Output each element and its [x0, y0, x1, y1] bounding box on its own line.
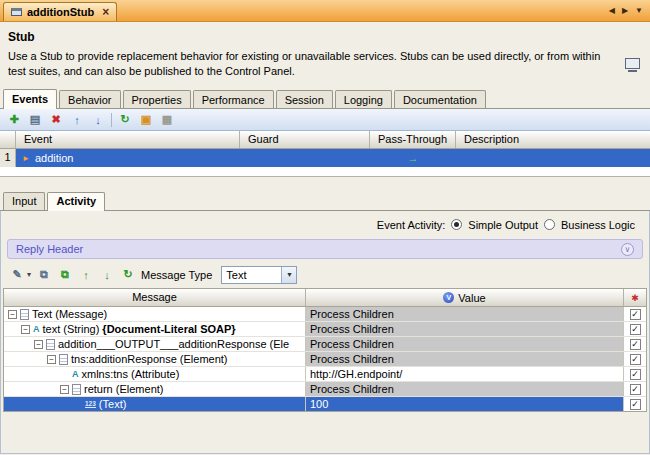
move-up-icon[interactable]: ↑: [69, 112, 85, 128]
document-tab-bar: additionStub × ◀ ▶ ▼: [0, 0, 650, 22]
move-node-down-icon[interactable]: ↓: [99, 267, 115, 283]
tree-row-tns-additionresponse[interactable]: − tns:additionResponse (Element) Process…: [4, 352, 646, 367]
pass-through-cell[interactable]: →: [370, 149, 456, 167]
tab-properties[interactable]: Properties: [123, 90, 191, 108]
guard-cell[interactable]: [240, 149, 370, 167]
value-cell[interactable]: Process Children: [306, 382, 624, 396]
copy-icon[interactable]: ⧉: [36, 267, 52, 283]
event-cell[interactable]: ► addition: [16, 149, 240, 167]
include-column-header[interactable]: ✱: [624, 289, 646, 306]
message-toolbar: ✎ ▾ ⧉ ⧉ ↑ ↓ ↻ Message Type Text ▼: [1, 262, 649, 288]
value-cell[interactable]: http://GH.endpoint/: [306, 367, 624, 381]
add-event-icon[interactable]: ✚: [6, 112, 22, 128]
include-checkbox[interactable]: ✓: [630, 339, 641, 350]
collapse-toggle-icon[interactable]: −: [8, 310, 17, 319]
value-cell[interactable]: 100: [306, 397, 624, 411]
package-icon[interactable]: ▣: [138, 112, 154, 128]
include-checkbox[interactable]: ✓: [630, 369, 641, 380]
business-logic-label: Business Logic: [561, 219, 635, 231]
stub-tab-icon: [11, 8, 22, 16]
move-down-icon[interactable]: ↓: [90, 112, 106, 128]
node-cell[interactable]: − tns:additionResponse (Element): [4, 352, 306, 366]
value-column-header[interactable]: V Value: [306, 289, 624, 306]
collapse-toggle-icon[interactable]: −: [47, 355, 56, 364]
value-cell[interactable]: Process Children: [306, 337, 624, 351]
move-node-up-icon[interactable]: ↑: [78, 267, 94, 283]
tab-session[interactable]: Session: [276, 90, 333, 108]
tree-row-text-value[interactable]: − 123 (Text) 100 ✓: [4, 397, 646, 412]
events-table-header: Event Guard Pass-Through Description: [0, 131, 650, 149]
value-cell[interactable]: Process Children: [306, 352, 624, 366]
edit-icon[interactable]: ✎: [9, 267, 25, 283]
collapse-toggle-icon[interactable]: −: [60, 385, 69, 394]
scroll-tabs-right-icon[interactable]: ▶: [622, 6, 628, 15]
message-type-value: Text: [222, 269, 281, 281]
tab-additionstub[interactable]: additionStub ×: [3, 2, 117, 21]
pass-through-arrow-icon: →: [408, 152, 419, 164]
paste-node-icon[interactable]: ⧉: [57, 267, 73, 283]
collapse-toggle-icon[interactable]: −: [34, 340, 43, 349]
close-tab-icon[interactable]: ×: [102, 7, 109, 17]
event-activity-label: Event Activity:: [377, 219, 445, 231]
value-text: Process Children: [310, 323, 394, 335]
event-column-header[interactable]: Event: [16, 131, 240, 148]
collapse-chevron-icon[interactable]: ∨: [621, 243, 634, 256]
tab-documentation[interactable]: Documentation: [394, 90, 486, 108]
node-cell[interactable]: − A xmlns:tns (Attribute): [4, 367, 306, 381]
paste-icon[interactable]: ▤: [27, 112, 43, 128]
node-cell[interactable]: − Text (Message): [4, 307, 306, 321]
description-column-header[interactable]: Description: [456, 131, 650, 148]
include-checkbox[interactable]: ✓: [630, 384, 641, 395]
scroll-tabs-left-icon[interactable]: ◀: [609, 6, 615, 15]
value-header-label: Value: [458, 292, 485, 304]
collapse-toggle-icon[interactable]: −: [21, 325, 30, 334]
value-cell[interactable]: Process Children: [306, 322, 624, 336]
tab-list-icon[interactable]: ▼: [635, 6, 643, 15]
value-cell[interactable]: Process Children: [306, 307, 624, 321]
message-column-header[interactable]: Message: [4, 289, 306, 306]
tree-row-return[interactable]: − return (Element) Process Children ✓: [4, 382, 646, 397]
tree-row-addition-output[interactable]: − addition___OUTPUT___additionResponse (…: [4, 337, 646, 352]
pass-through-column-header[interactable]: Pass-Through: [370, 131, 456, 148]
radio-simple-output[interactable]: [451, 219, 462, 230]
reply-header-bar[interactable]: Reply Header ∨: [7, 239, 643, 259]
node-cell[interactable]: − V A text (String) {Document-Literal SO…: [4, 322, 306, 336]
check-icon: ✓: [631, 400, 639, 409]
description-cell[interactable]: [456, 149, 650, 167]
include-cell: ✓: [624, 322, 646, 336]
tab-performance[interactable]: Performance: [193, 90, 274, 108]
tab-input[interactable]: Input: [3, 192, 45, 210]
value-text: Process Children: [310, 383, 394, 395]
message-type-select[interactable]: Text ▼: [221, 266, 297, 284]
string-icon: A: [33, 324, 40, 334]
tree-row-xmlns-tns[interactable]: − A xmlns:tns (Attribute) http://GH.endp…: [4, 367, 646, 382]
events-table: Event Guard Pass-Through Description 1 ►…: [0, 131, 650, 177]
events-table-empty-area: [0, 167, 650, 177]
include-checkbox[interactable]: ✓: [630, 309, 641, 320]
stub-header: Stub Use a Stub to provide replacement b…: [0, 22, 650, 79]
guard-column-header[interactable]: Guard: [240, 131, 370, 148]
combo-dropdown-icon[interactable]: ▼: [281, 267, 296, 283]
node-cell[interactable]: − addition___OUTPUT___additionResponse (…: [4, 337, 306, 351]
include-checkbox[interactable]: ✓: [630, 399, 641, 410]
edit-dropdown-icon[interactable]: ▾: [27, 270, 31, 279]
value-text: Process Children: [310, 308, 394, 320]
node-cell[interactable]: − return (Element): [4, 382, 306, 396]
event-row-addition[interactable]: 1 ► addition →: [0, 149, 650, 167]
sync-icon[interactable]: ↻: [117, 112, 133, 128]
tree-row-text-string[interactable]: − V A text (String) {Document-Literal SO…: [4, 322, 646, 337]
node-cell[interactable]: − 123 (Text): [4, 397, 306, 411]
include-checkbox[interactable]: ✓: [630, 324, 641, 335]
include-checkbox[interactable]: ✓: [630, 354, 641, 365]
tree-row-text-message[interactable]: − Text (Message) Process Children ✓: [4, 307, 646, 322]
node-label: tns:additionResponse (Element): [71, 353, 228, 365]
tab-events[interactable]: Events: [3, 89, 57, 109]
include-cell: ✓: [624, 382, 646, 396]
tab-activity[interactable]: Activity: [47, 192, 105, 211]
radio-business-logic[interactable]: [544, 219, 555, 230]
attribute-icon: A: [72, 369, 79, 379]
delete-icon[interactable]: ✖: [48, 112, 64, 128]
tab-behavior[interactable]: Behavior: [59, 90, 120, 108]
refresh-icon[interactable]: ↻: [120, 267, 136, 283]
tab-logging[interactable]: Logging: [335, 90, 392, 108]
